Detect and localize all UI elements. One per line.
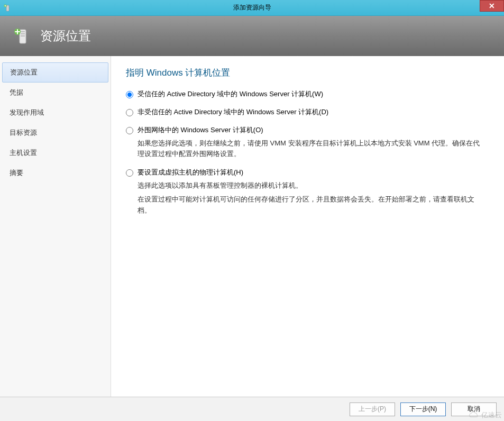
svg-rect-5 [21, 35, 25, 36]
radio-label[interactable]: 外围网络中的 Windows Server 计算机(O) [138, 125, 263, 135]
close-icon: ✕ [489, 2, 495, 10]
radio-description: 如果您选择此选项，则在继续之前，请使用 VMM 安装程序在目标计算机上以本地方式… [138, 138, 487, 159]
next-button[interactable]: 下一步(N) [400, 402, 446, 416]
radio-option-trusted-ad: 受信任的 Active Directory 域中的 Windows Server… [126, 89, 489, 99]
radio-trusted-ad[interactable] [126, 91, 133, 98]
location-radio-group: 受信任的 Active Directory 域中的 Windows Server… [126, 89, 489, 216]
svg-rect-0 [6, 5, 9, 11]
header-banner: 资源位置 [0, 16, 504, 56]
sidebar-item-label: 资源位置 [10, 68, 38, 76]
radio-untrusted-ad[interactable] [126, 109, 133, 116]
header-title: 资源位置 [40, 28, 91, 44]
sidebar-item-label: 凭据 [10, 88, 23, 96]
previous-button: 上一步(P) [350, 402, 395, 416]
titlebar-title: 添加资源向导 [233, 3, 271, 12]
svg-rect-3 [21, 31, 25, 32]
wizard-icon [3, 4, 12, 12]
sidebar-item-resource-location[interactable]: 资源位置 [2, 62, 108, 83]
sidebar-item-host-settings[interactable]: 主机设置 [0, 143, 111, 163]
radio-description: 选择此选项以添加具有基板管理控制器的裸机计算机。 [138, 180, 487, 191]
radio-option-physical-host: 要设置成虚拟主机的物理计算机(H) 选择此选项以添加具有基板管理控制器的裸机计算… [126, 168, 489, 215]
sidebar-item-label: 目标资源 [10, 129, 37, 136]
sidebar-item-summary[interactable]: 摘要 [0, 163, 111, 183]
radio-description-2: 在设置过程中可能对计算机可访问的任何存储进行了分区，并且数据将会丢失。在开始部署… [138, 194, 487, 215]
radio-label[interactable]: 非受信任的 Active Directory 域中的 Windows Serve… [138, 107, 328, 117]
radio-option-untrusted-ad: 非受信任的 Active Directory 域中的 Windows Serve… [126, 107, 489, 117]
sidebar-item-label: 摘要 [10, 169, 23, 177]
close-button[interactable]: ✕ [480, 0, 504, 12]
sidebar-item-label: 主机设置 [10, 149, 37, 157]
svg-rect-4 [21, 33, 25, 34]
sidebar: 资源位置 凭据 发现作用域 目标资源 主机设置 摘要 [0, 56, 111, 397]
sidebar-item-label: 发现作用域 [10, 108, 44, 116]
cancel-button[interactable]: 取消 [451, 402, 497, 416]
sidebar-item-discovery-scope[interactable]: 发现作用域 [0, 103, 111, 123]
radio-label[interactable]: 要设置成虚拟主机的物理计算机(H) [138, 168, 243, 177]
server-resource-icon [13, 26, 32, 45]
radio-perimeter[interactable] [126, 127, 133, 134]
sidebar-item-credentials[interactable]: 凭据 [0, 83, 111, 103]
titlebar: 添加资源向导 ✕ [0, 0, 504, 16]
content-heading: 指明 Windows 计算机位置 [126, 67, 489, 79]
sidebar-item-target-resources[interactable]: 目标资源 [0, 123, 111, 143]
body: 资源位置 凭据 发现作用域 目标资源 主机设置 摘要 指明 Windows 计算… [0, 56, 504, 397]
radio-label[interactable]: 受信任的 Active Directory 域中的 Windows Server… [138, 89, 323, 99]
footer: 上一步(P) 下一步(N) 取消 [0, 397, 504, 421]
content-panel: 指明 Windows 计算机位置 受信任的 Active Directory 域… [111, 56, 504, 397]
radio-physical-host[interactable] [126, 169, 133, 177]
radio-option-perimeter: 外围网络中的 Windows Server 计算机(O) 如果您选择此选项，则在… [126, 125, 489, 159]
